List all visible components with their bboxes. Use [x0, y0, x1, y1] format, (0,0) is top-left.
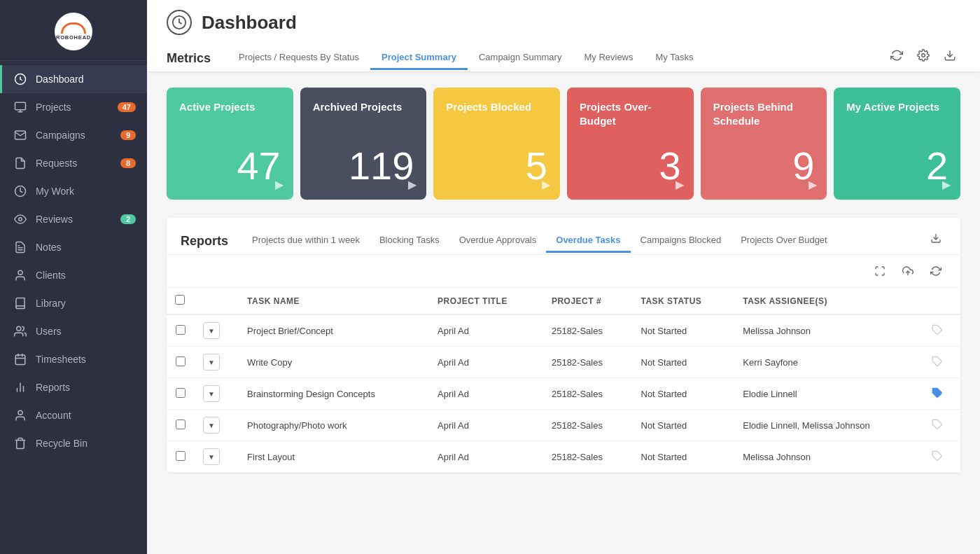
metric-card-archived[interactable]: Archived Projects 119 ▶: [300, 88, 427, 200]
metric-card-overbudget[interactable]: Projects Over-Budget 3 ▶: [567, 88, 694, 200]
metrics-tab-campaign[interactable]: Campaign Summary: [468, 46, 573, 70]
metric-cards: Active Projects 47 ▶ Archived Projects 1…: [167, 88, 960, 200]
col-checkbox: [167, 288, 195, 314]
metrics-actions: [886, 45, 960, 71]
col-assignees[interactable]: TASK ASSIGNEE(S): [734, 288, 923, 314]
sidebar-label-library: Library: [36, 298, 136, 309]
table-row: ▼ Project Brief/Concept April Ad 25182-S…: [167, 314, 960, 347]
tag-icon-2[interactable]: [932, 389, 943, 401]
sidebar-label-projects: Projects: [36, 102, 109, 113]
row-project-1: April Ad: [429, 347, 543, 378]
sidebar-item-account[interactable]: Account: [0, 401, 147, 429]
tag-icon-4[interactable]: [932, 452, 943, 464]
export-icon[interactable]: [939, 45, 960, 66]
export-report-icon[interactable]: [925, 228, 946, 249]
sidebar-label-campaigns: Campaigns: [36, 130, 112, 141]
table-row: ▼ Photography/Photo work April Ad 25182-…: [167, 410, 960, 441]
metric-card-blocked[interactable]: Projects Blocked 5 ▶: [433, 88, 560, 200]
dropdown-btn-3[interactable]: ▼: [203, 417, 220, 434]
sidebar-item-projects[interactable]: Projects 47: [0, 93, 147, 121]
row-tag-4: [923, 441, 960, 473]
row-status-2: Not Started: [633, 378, 735, 410]
sidebar-item-notes[interactable]: Notes: [0, 233, 147, 261]
metrics-tab-status[interactable]: Projects / Requests By Status: [227, 46, 370, 70]
report-tab-week[interactable]: Projects due within 1 week: [242, 229, 370, 253]
dropdown-btn-4[interactable]: ▼: [203, 448, 220, 465]
expand-icon[interactable]: [869, 261, 890, 282]
svg-point-19: [18, 410, 22, 415]
col-projecttitle[interactable]: PROJECT TITLE: [429, 288, 543, 314]
settings-icon[interactable]: [913, 45, 934, 66]
row-tag-1: [923, 347, 960, 378]
table-toolbar: [167, 255, 960, 288]
sidebar-label-users: Users: [36, 326, 136, 337]
metric-card-schedule[interactable]: Projects Behind Schedule 9 ▶: [701, 88, 827, 200]
metric-card-active[interactable]: Active Projects 47 ▶: [167, 88, 293, 200]
card-arrow-schedule: ▶: [808, 178, 817, 191]
dashboard-icon: [167, 10, 192, 35]
sidebar-item-mywork[interactable]: My Work: [0, 177, 147, 205]
timesheets-icon: [13, 352, 27, 366]
dashboard-icon: [13, 72, 27, 86]
checkbox-1[interactable]: [176, 356, 186, 366]
row-projnum-4: 25182-Sales: [543, 441, 633, 473]
metrics-tabs: Projects / Requests By StatusProject Sum…: [227, 46, 704, 70]
select-all-checkbox[interactable]: [175, 295, 185, 305]
sidebar-item-timesheets[interactable]: Timesheets: [0, 345, 147, 373]
refresh-icon[interactable]: [886, 45, 907, 66]
sidebar-item-requests[interactable]: Requests 8: [0, 149, 147, 177]
row-assignees-0: Melissa Johnson: [734, 314, 923, 347]
row-tag-2: [923, 378, 960, 410]
badge-requests: 8: [120, 158, 136, 168]
tag-icon-0[interactable]: [932, 326, 943, 338]
row-taskname-1: Write Copy: [239, 347, 429, 378]
clients-icon: [13, 268, 27, 282]
checkbox-0[interactable]: [176, 325, 186, 335]
table-row: ▼ Write Copy April Ad 25182-Sales Not St…: [167, 347, 960, 378]
report-tab-blocking[interactable]: Blocking Tasks: [370, 229, 449, 253]
svg-line-2: [20, 79, 22, 81]
metric-card-myactive[interactable]: My Active Projects 2 ▶: [834, 88, 960, 200]
row-checkbox-4: [167, 441, 195, 473]
metrics-tab-tasks[interactable]: My Tasks: [645, 46, 705, 70]
checkbox-2[interactable]: [176, 388, 186, 398]
report-tab-overduetasks[interactable]: Overdue Tasks: [546, 229, 630, 253]
col-projectnum[interactable]: PROJECT #: [543, 288, 633, 314]
row-projnum-3: 25182-Sales: [543, 410, 633, 441]
card-title-active: Active Projects: [179, 100, 281, 114]
dropdown-btn-1[interactable]: ▼: [203, 354, 220, 371]
sidebar-label-reviews: Reviews: [36, 214, 112, 225]
dropdown-btn-2[interactable]: ▼: [203, 385, 220, 402]
report-tab-overbudget[interactable]: Projects Over Budget: [731, 229, 837, 253]
row-status-0: Not Started: [633, 314, 735, 347]
sidebar-item-library[interactable]: Library: [0, 289, 147, 317]
sidebar-item-dashboard[interactable]: Dashboard: [0, 65, 147, 93]
sidebar-item-reports[interactable]: Reports: [0, 373, 147, 401]
svg-point-11: [17, 326, 21, 331]
sidebar-label-recyclebin: Recycle Bin: [36, 438, 136, 449]
report-tab-approvals[interactable]: Overdue Approvals: [449, 229, 547, 253]
projects-icon: [13, 100, 27, 114]
tag-icon-1[interactable]: [932, 357, 943, 369]
col-taskstatus[interactable]: TASK STATUS: [633, 288, 735, 314]
col-tag: [923, 288, 960, 314]
tag-icon-3[interactable]: [932, 420, 943, 432]
cloud-icon[interactable]: [897, 261, 918, 282]
checkbox-4[interactable]: [176, 451, 186, 461]
row-taskname-0: Project Brief/Concept: [239, 314, 429, 347]
metrics-tab-summary[interactable]: Project Summary: [370, 46, 468, 70]
sidebar-item-recyclebin[interactable]: Recycle Bin: [0, 429, 147, 457]
card-number-myactive: 2: [846, 146, 948, 190]
dropdown-btn-0[interactable]: ▼: [203, 322, 220, 339]
sidebar-item-campaigns[interactable]: Campaigns 9: [0, 121, 147, 149]
sidebar-item-reviews[interactable]: Reviews 2: [0, 205, 147, 233]
col-taskname[interactable]: TASK NAME: [239, 288, 429, 314]
checkbox-3[interactable]: [176, 420, 186, 429]
notes-icon: [13, 240, 27, 254]
report-tab-campaignsblocked[interactable]: Campaigns Blocked: [631, 229, 732, 253]
metrics-tab-reviews[interactable]: My Reviews: [573, 46, 644, 70]
refresh-table-icon[interactable]: [925, 261, 946, 282]
sidebar-item-users[interactable]: Users: [0, 317, 147, 345]
card-arrow-myactive: ▶: [942, 178, 951, 191]
sidebar-item-clients[interactable]: Clients: [0, 261, 147, 289]
